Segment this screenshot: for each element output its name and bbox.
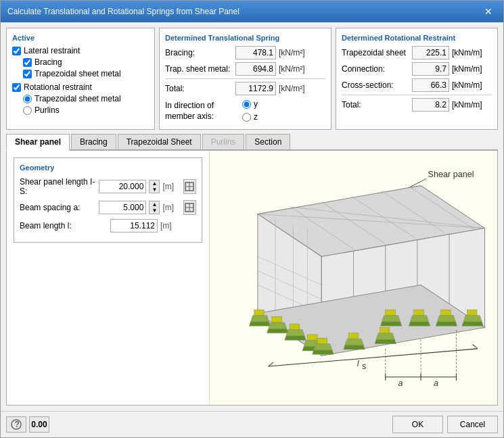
svg-rect-35 bbox=[290, 324, 300, 329]
tab-content-wrapper: Geometry Shear panel length I-S: ▲ ▼ [m] bbox=[6, 151, 498, 406]
rot-total-value[interactable] bbox=[412, 98, 449, 112]
footer-right: OK Cancel bbox=[392, 416, 498, 433]
main-dialog: Calculate Translational and Rotational S… bbox=[0, 0, 504, 438]
svg-marker-46 bbox=[409, 322, 430, 326]
tab-bracing[interactable]: Bracing bbox=[71, 134, 116, 149]
y-radio-row: y bbox=[242, 99, 258, 109]
cross-section-rot-unit: [kNm/m] bbox=[452, 80, 489, 90]
svg-marker-33 bbox=[269, 322, 287, 328]
trans-total-value[interactable] bbox=[235, 82, 276, 95]
svg-marker-45 bbox=[410, 316, 428, 322]
dialog-body: Active Lateral restraint Bracing Trapezo… bbox=[1, 22, 503, 411]
trans-total-unit: [kN/m²] bbox=[279, 84, 316, 93]
footer: ? 0.00 OK Cancel bbox=[1, 411, 503, 437]
geometry-group: Geometry Shear panel length I-S: ▲ ▼ [m] bbox=[14, 157, 202, 243]
tab-trapezoidal-sheet[interactable]: Trapezoidal Sheet bbox=[118, 134, 201, 149]
beam-spacing-spinner[interactable]: ▲ ▼ bbox=[149, 201, 160, 214]
beam-spacing-unit: [m] bbox=[162, 203, 180, 212]
reset-button[interactable]: 0.00 bbox=[29, 416, 49, 433]
active-group-title: Active bbox=[12, 34, 149, 42]
top-panels: Active Lateral restraint Bracing Trapezo… bbox=[6, 28, 498, 130]
lateral-restraint-label: Lateral restraint bbox=[24, 46, 80, 55]
shear-panel-pick-btn[interactable] bbox=[183, 179, 196, 194]
z-radio-label: z bbox=[254, 112, 258, 122]
structure-diagram: Shear panel bbox=[215, 156, 492, 399]
svg-marker-57 bbox=[345, 339, 363, 345]
beam-spacing-row: Beam spacing a: ▲ ▼ [m] bbox=[20, 200, 196, 215]
purlins-radio-row: Purlins bbox=[23, 105, 149, 115]
svg-marker-36 bbox=[286, 330, 304, 336]
rot-restraint-row: Rotational restraint bbox=[12, 82, 149, 92]
svg-marker-37 bbox=[285, 336, 306, 340]
shear-panel-length-row: Shear panel length I-S: ▲ ▼ [m] bbox=[20, 177, 196, 196]
purlins-radio[interactable] bbox=[23, 106, 32, 115]
geometry-title: Geometry bbox=[20, 164, 196, 172]
tab-shear-panel[interactable]: Shear panel bbox=[6, 134, 70, 151]
svg-rect-38 bbox=[307, 335, 317, 340]
svg-rect-53 bbox=[317, 338, 327, 343]
rot-restraint-checkbox[interactable] bbox=[12, 83, 21, 92]
svg-rect-32 bbox=[272, 317, 282, 322]
shear-panel-spin-down[interactable]: ▼ bbox=[150, 187, 159, 193]
connection-rot-label: Connection: bbox=[342, 64, 409, 74]
tab-bar: Shear panel Bracing Trapezoidal Sheet Pu… bbox=[6, 134, 498, 151]
trap-spring-row: Trap. sheet metal: [kN/m²] bbox=[165, 62, 325, 76]
reset-icon: 0.00 bbox=[31, 420, 47, 429]
cancel-button[interactable]: Cancel bbox=[447, 416, 498, 433]
tab-section[interactable]: Section bbox=[246, 134, 290, 149]
trap-sheet-metal-checkbox[interactable] bbox=[23, 70, 32, 78]
svg-marker-30 bbox=[250, 316, 269, 322]
trap-sheet-metal-radio-row: Trapezoidal sheet metal bbox=[23, 94, 149, 103]
svg-marker-48 bbox=[437, 316, 455, 322]
lateral-restraint-checkbox[interactable] bbox=[12, 47, 21, 55]
shear-panel-length-input[interactable] bbox=[99, 180, 146, 193]
rot-total-label: Total: bbox=[342, 100, 409, 110]
trans-panel: Determined Translational Spring Bracing:… bbox=[159, 28, 331, 130]
bracing-label: Bracing bbox=[35, 57, 62, 67]
trap-sheet-rot-value[interactable] bbox=[412, 46, 449, 59]
connection-rot-value[interactable] bbox=[412, 62, 449, 76]
bracing-row: Bracing bbox=[23, 57, 149, 67]
svg-marker-60 bbox=[376, 333, 394, 339]
left-panel: Geometry Shear panel length I-S: ▲ ▼ [m] bbox=[7, 151, 210, 405]
help-button[interactable]: ? bbox=[6, 416, 26, 433]
cross-section-rot-label: Cross-section: bbox=[342, 80, 409, 90]
tab-content-inner: Geometry Shear panel length I-S: ▲ ▼ [m] bbox=[7, 151, 497, 405]
svg-marker-54 bbox=[314, 344, 332, 350]
beam-spacing-pick-btn[interactable] bbox=[183, 200, 196, 215]
svg-rect-50 bbox=[467, 310, 477, 315]
svg-rect-59 bbox=[380, 327, 390, 333]
shear-panel-spinner[interactable]: ▲ ▼ bbox=[149, 180, 160, 193]
beam-length-row: Beam length l: [m] bbox=[20, 219, 196, 233]
beam-spacing-spin-down[interactable]: ▼ bbox=[150, 208, 159, 214]
a2-label: a bbox=[434, 379, 438, 388]
y-radio[interactable] bbox=[242, 100, 251, 109]
svg-marker-61 bbox=[375, 339, 396, 343]
bracing-spring-value[interactable] bbox=[235, 46, 276, 59]
bracing-spring-label: Bracing: bbox=[165, 48, 233, 57]
dialog-title: Calculate Translational and Rotational S… bbox=[7, 7, 239, 16]
rot-group-title: Determined Rotational Restraint bbox=[342, 34, 492, 42]
trap-sheet-metal-radio[interactable] bbox=[23, 95, 32, 103]
trap-sheet-rot-label: Trapezoidal sheet bbox=[342, 48, 409, 57]
trap-spring-value[interactable] bbox=[235, 62, 276, 76]
trap-sheet-metal-label: Trapezoidal sheet metal bbox=[35, 69, 121, 78]
svg-marker-34 bbox=[267, 329, 288, 333]
svg-marker-31 bbox=[249, 322, 270, 326]
trap-spring-unit: [kN/m²] bbox=[279, 64, 316, 74]
shear-panel-spin-up[interactable]: ▲ bbox=[150, 180, 159, 187]
beam-spacing-spin-up[interactable]: ▲ bbox=[150, 201, 159, 208]
beam-length-input[interactable] bbox=[110, 219, 158, 233]
cross-section-rot-value[interactable] bbox=[412, 78, 449, 92]
rot-restraint-label: Rotational restraint bbox=[24, 82, 92, 92]
svg-rect-56 bbox=[348, 333, 359, 339]
beam-spacing-input[interactable] bbox=[99, 201, 146, 214]
shear-panel-diagram-label: Shear panel bbox=[428, 170, 474, 179]
ok-button[interactable]: OK bbox=[392, 416, 443, 433]
close-button[interactable]: ✕ bbox=[480, 5, 497, 18]
help-icon: ? bbox=[11, 419, 22, 430]
bracing-checkbox[interactable] bbox=[23, 58, 32, 67]
bracing-spring-row: Bracing: [kN/m²] bbox=[165, 46, 325, 59]
title-bar: Calculate Translational and Rotational S… bbox=[1, 1, 503, 22]
z-radio[interactable] bbox=[242, 113, 251, 122]
